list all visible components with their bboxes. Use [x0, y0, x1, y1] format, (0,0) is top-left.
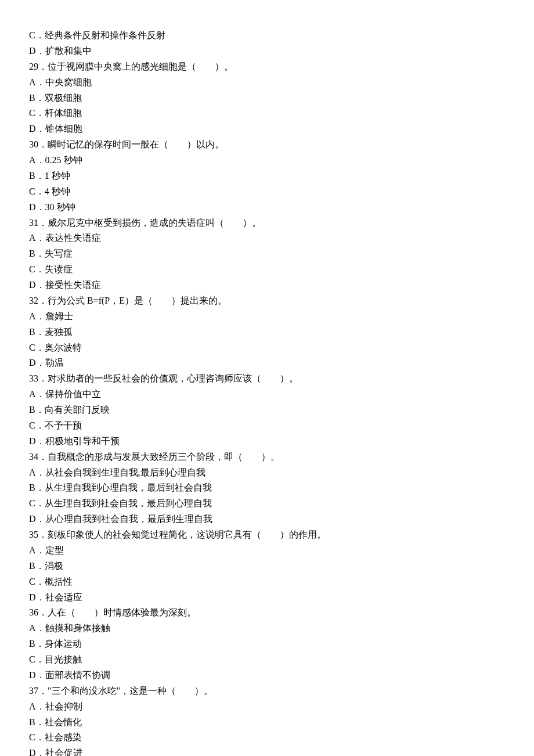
text-line: B．消极	[29, 559, 505, 574]
text-line: C．奥尔波特	[29, 340, 505, 356]
text-line: 36．人在（ ）时情感体验最为深刻。	[29, 605, 505, 621]
text-line: A．触摸和身体接触	[29, 621, 505, 636]
text-line: D．从心理自我到社会自我，最后到生理自我	[29, 512, 505, 527]
text-line: C．4 秒钟	[29, 184, 505, 200]
text-line: C．失读症	[29, 262, 505, 278]
text-line: B．从生理自我到心理自我，最后到社会自我	[29, 480, 505, 496]
text-line: B．向有关部门反映	[29, 402, 505, 418]
text-line: C．目光接触	[29, 652, 505, 668]
text-line: B．双极细胞	[29, 91, 505, 106]
text-line: 32．行为公式 B=f(P，E）是（ ）提出来的。	[29, 293, 505, 309]
text-line: 34．自我概念的形成与发展大致经历三个阶段，即（ ）。	[29, 449, 505, 465]
text-line: A．中央窝细胞	[29, 75, 505, 91]
text-line: C．社会感染	[29, 730, 505, 746]
text-line: D．接受性失语症	[29, 278, 505, 293]
text-line: C．概括性	[29, 574, 505, 590]
text-line: D．社会促进	[29, 746, 505, 756]
text-line: C．经典条件反射和操作条件反射	[29, 28, 505, 44]
text-line: 30．瞬时记忆的保存时间一般在（ ）以内。	[29, 137, 505, 153]
text-line: A．詹姆士	[29, 309, 505, 325]
text-line: C．杆体细胞	[29, 106, 505, 121]
text-line: 29．位于视网膜中央窝上的感光细胞是（ ）。	[29, 59, 505, 75]
text-line: A．从社会自我到生理自我,最后到心理自我	[29, 465, 505, 481]
text-line: D．勒温	[29, 355, 505, 371]
text-line: A．定型	[29, 543, 505, 559]
text-line: C．不予干预	[29, 418, 505, 434]
document-body: C．经典条件反射和操作条件反射D．扩散和集中29．位于视网膜中央窝上的感光细胞是…	[29, 28, 505, 756]
text-line: B．1 秒钟	[29, 168, 505, 184]
text-line: B．失写症	[29, 246, 505, 262]
text-line: C．从生理自我到社会自我，最后到心理自我	[29, 496, 505, 512]
text-line: D．社会适应	[29, 590, 505, 606]
text-line: 35．刻板印象使人的社会知觉过程简化，这说明它具有（ ）的作用。	[29, 527, 505, 543]
text-line: D．扩散和集中	[29, 44, 505, 59]
text-line: 33．对求助者的一些反社会的价值观，心理咨询师应该（ ）。	[29, 371, 505, 387]
text-line: D．积极地引导和干预	[29, 434, 505, 449]
text-line: B．麦独孤	[29, 325, 505, 340]
text-line: B．社会惰化	[29, 715, 505, 730]
text-line: A．表达性失语症	[29, 231, 505, 246]
text-line: D．面部表情不协调	[29, 668, 505, 683]
text-line: D．30 秒钟	[29, 200, 505, 215]
text-line: A．0.25 秒钟	[29, 153, 505, 168]
text-line: B．身体运动	[29, 636, 505, 652]
text-line: A．社会抑制	[29, 699, 505, 715]
text-line: A．保持价值中立	[29, 387, 505, 402]
text-line: 31．威尔尼克中枢受到损伤，造成的失语症叫（ ）。	[29, 215, 505, 231]
text-line: D．锥体细胞	[29, 121, 505, 137]
text-line: 37．"三个和尚没水吃"，这是一种（ ）。	[29, 683, 505, 699]
